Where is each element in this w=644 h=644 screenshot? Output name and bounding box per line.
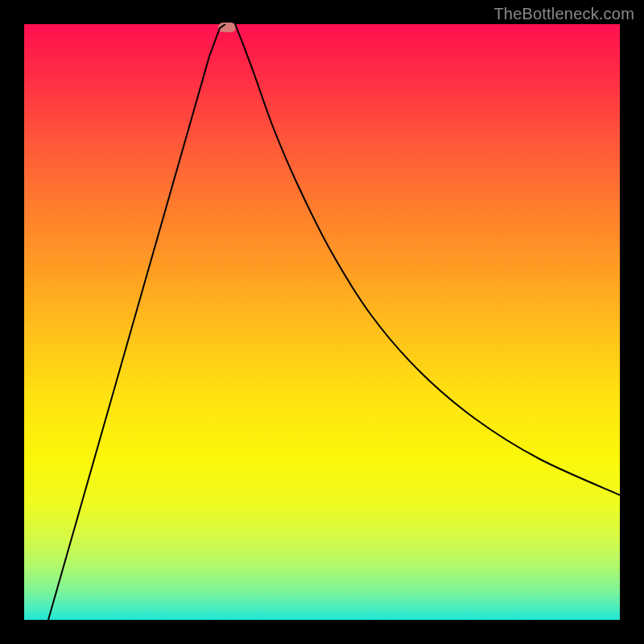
chart-plot-area [24, 24, 620, 620]
curve-left-branch [48, 24, 225, 620]
chart-curve-svg [24, 24, 620, 620]
curve-right-branch [235, 24, 620, 495]
watermark-text: TheBottleneck.com [493, 5, 634, 23]
